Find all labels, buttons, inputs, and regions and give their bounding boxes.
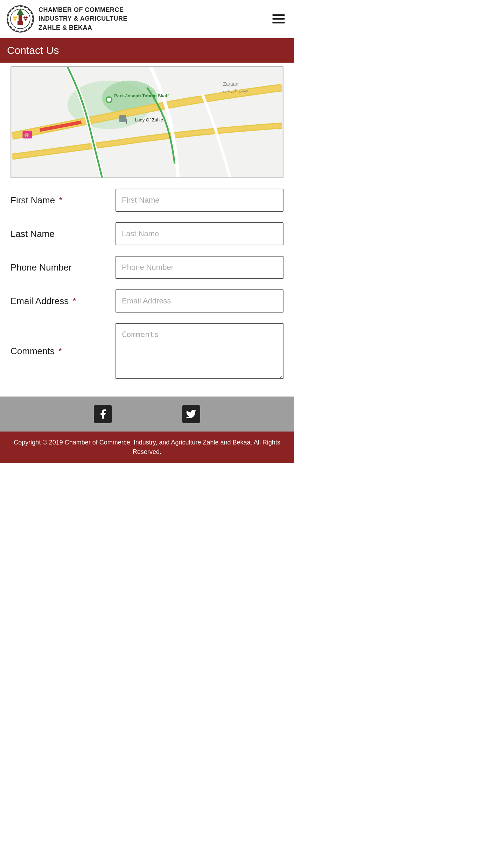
facebook-icon: [97, 408, 108, 420]
last-name-label: Last Name: [10, 229, 115, 239]
hamburger-menu-icon[interactable]: [270, 12, 288, 26]
svg-point-6: [14, 19, 16, 21]
svg-point-18: [107, 98, 111, 102]
email-address-label: Email Address *: [10, 296, 115, 307]
svg-rect-12: [18, 21, 23, 25]
first-name-required: *: [56, 195, 62, 205]
logo-area: CHAMBER OF COMMERCE INDUSTRY & AGRICULTU…: [6, 5, 127, 33]
email-address-row: Email Address *: [10, 289, 284, 313]
svg-text:حوش الزرعني: حوش الزرعني: [223, 88, 248, 93]
phone-number-row: Phone Number: [10, 256, 284, 279]
svg-text:🏨: 🏨: [24, 132, 29, 137]
footer-copyright: Copyright © 2019 Chamber of Commerce, In…: [0, 432, 294, 463]
copyright-text: Copyright © 2019 Chamber of Commerce, In…: [7, 438, 287, 457]
comments-required: *: [56, 346, 62, 356]
page-title: Contact Us: [7, 44, 287, 56]
phone-number-label: Phone Number: [10, 262, 115, 273]
last-name-input[interactable]: [115, 222, 284, 245]
svg-text:Lady Of Zahle: Lady Of Zahle: [135, 117, 163, 122]
email-address-input[interactable]: [115, 289, 284, 313]
facebook-button[interactable]: [94, 405, 112, 423]
contact-form: First Name * Last Name Phone Number Emai…: [0, 178, 294, 397]
comments-row: Comments *: [10, 323, 284, 379]
svg-rect-20: [119, 115, 126, 122]
svg-text:Zaraani: Zaraani: [223, 81, 239, 87]
first-name-row: First Name *: [10, 189, 284, 212]
svg-point-10: [23, 16, 26, 19]
svg-point-11: [26, 16, 28, 19]
map-image: Park Joseph Tohme Skaff Lady Of Zahle Za…: [11, 67, 283, 177]
twitter-icon: [186, 408, 197, 420]
svg-point-7: [15, 16, 17, 19]
footer-social: [0, 397, 294, 432]
twitter-button[interactable]: [182, 405, 200, 423]
header: CHAMBER OF COMMERCE INDUSTRY & AGRICULTU…: [0, 0, 294, 38]
logo-text: CHAMBER OF COMMERCE INDUSTRY & AGRICULTU…: [38, 6, 127, 32]
last-name-row: Last Name: [10, 222, 284, 245]
svg-point-9: [24, 19, 27, 21]
comments-label: Comments *: [10, 346, 115, 357]
page-title-bar: Contact Us: [0, 38, 294, 63]
svg-point-8: [13, 16, 15, 19]
map-container[interactable]: Park Joseph Tohme Skaff Lady Of Zahle Za…: [10, 66, 284, 178]
first-name-label: First Name *: [10, 195, 115, 206]
logo-icon: [6, 5, 34, 33]
email-required: *: [70, 296, 76, 306]
phone-number-input[interactable]: [115, 256, 284, 279]
svg-text:Park Joseph Tohme Skaff: Park Joseph Tohme Skaff: [114, 93, 169, 98]
comments-input[interactable]: [115, 323, 284, 379]
first-name-input[interactable]: [115, 189, 284, 212]
